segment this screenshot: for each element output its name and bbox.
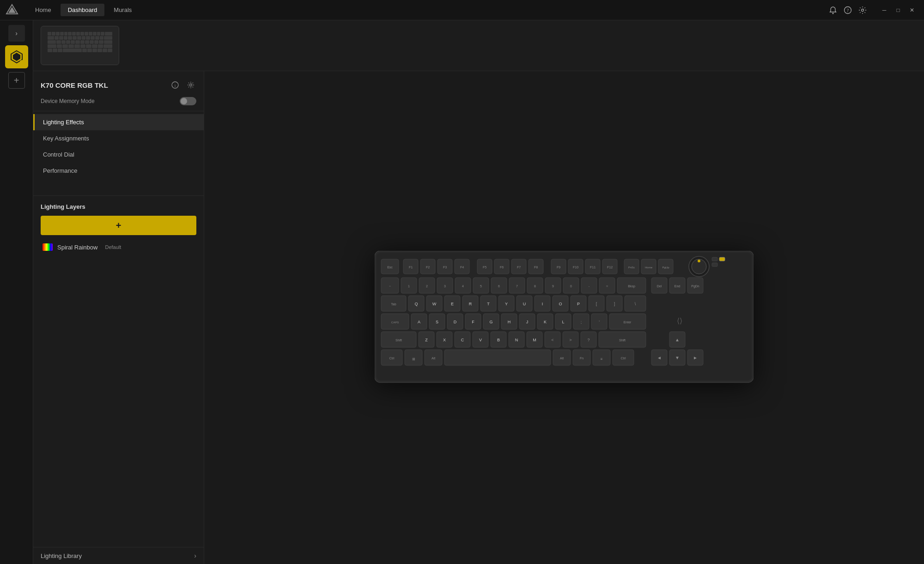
menu-item-lighting-effects[interactable]: Lighting Effects [33, 114, 204, 130]
maximize-button[interactable]: □ [892, 4, 905, 17]
lighting-library-label: Lighting Library [41, 552, 82, 559]
rainbow-icon [43, 243, 53, 251]
main-layout: › + [0, 20, 924, 564]
svg-text:3: 3 [444, 285, 446, 288]
nav-bar: Home Dashboard Murals [28, 4, 829, 16]
svg-point-2 [833, 12, 834, 14]
add-device-button[interactable]: + [8, 72, 25, 89]
svg-text:R: R [469, 302, 472, 306]
svg-rect-51 [719, 257, 725, 261]
svg-text:A: A [418, 320, 420, 324]
device-info-button[interactable]: i [170, 79, 181, 91]
svg-text:N: N [515, 338, 518, 342]
spacer [33, 262, 204, 547]
svg-text:F6: F6 [500, 266, 504, 269]
content-with-panel: K70 CORE RGB TKL i [33, 71, 924, 564]
mini-keyboard-preview [48, 32, 112, 60]
device-memory-row: Device Memory Mode [41, 97, 196, 105]
svg-text:F4: F4 [460, 266, 464, 269]
svg-text:F2: F2 [426, 266, 430, 269]
nav-home[interactable]: Home [28, 4, 59, 16]
minimize-button[interactable]: ─ [878, 4, 891, 17]
svg-text:W: W [432, 302, 437, 306]
device-name-label: K70 CORE RGB TKL [41, 81, 165, 89]
device-header: K70 CORE RGB TKL i [33, 71, 204, 111]
svg-text:PrtSc: PrtSc [628, 266, 635, 269]
nav-dashboard[interactable]: Dashboard [61, 4, 105, 16]
menu-item-performance[interactable]: Performance [33, 163, 204, 179]
svg-text:Tab: Tab [391, 303, 396, 306]
lighting-layers-title: Lighting Layers [41, 203, 196, 210]
title-bar-controls: ? ─ □ ✕ [829, 4, 918, 17]
svg-text:;: ; [581, 320, 582, 324]
svg-text:Y: Y [505, 302, 508, 306]
device-header-top: K70 CORE RGB TKL i [41, 79, 196, 91]
svg-text:U: U [523, 302, 526, 306]
svg-text:End: End [675, 285, 681, 288]
sidebar-collapse-button[interactable]: › [8, 25, 25, 42]
lighting-layers-section: Lighting Layers + Spiral Rainbow Default [33, 195, 204, 262]
settings-icon[interactable] [858, 6, 867, 14]
device-icon-slot[interactable] [5, 45, 28, 68]
device-thumbnail[interactable] [41, 26, 119, 65]
menu-item-control-dial[interactable]: Control Dial [33, 146, 204, 163]
svg-point-11 [190, 84, 192, 86]
svg-text:F10: F10 [573, 266, 578, 269]
lighting-library-section[interactable]: Lighting Library › [33, 547, 204, 564]
svg-rect-49 [712, 257, 717, 261]
svg-text:▲: ▲ [675, 337, 680, 342]
svg-text:◄: ◄ [657, 355, 662, 360]
svg-marker-1 [8, 7, 16, 13]
svg-text:≡: ≡ [601, 357, 603, 361]
svg-text:I: I [542, 302, 543, 306]
device-settings-button[interactable] [185, 79, 196, 91]
add-layer-button[interactable]: + [41, 216, 196, 235]
chevron-right-icon: › [15, 30, 18, 37]
window-controls: ─ □ ✕ [878, 4, 918, 17]
svg-text:8: 8 [534, 285, 536, 288]
toggle-knob [181, 98, 187, 104]
svg-text:2: 2 [426, 285, 428, 288]
svg-text:F5: F5 [483, 266, 486, 269]
svg-text:X: X [443, 338, 446, 342]
svg-text:►: ► [693, 355, 698, 360]
svg-text:Q: Q [414, 302, 418, 306]
svg-text:H: H [508, 320, 511, 324]
svg-text:D: D [454, 320, 457, 324]
layer-item-spiral-rainbow[interactable]: Spiral Rainbow Default [41, 240, 196, 255]
svg-text:i: i [175, 83, 176, 88]
svg-text:B: B [497, 338, 500, 342]
close-button[interactable]: ✕ [906, 4, 918, 17]
svg-text:⟨⟩: ⟨⟩ [677, 317, 682, 325]
svg-text:4: 4 [462, 285, 464, 288]
svg-point-48 [698, 260, 700, 262]
svg-rect-173 [444, 350, 551, 365]
svg-text:F9: F9 [557, 266, 560, 269]
svg-text:?: ? [587, 338, 590, 342]
svg-text:Enter: Enter [624, 321, 632, 324]
device-memory-toggle[interactable] [180, 97, 196, 105]
layer-tag-label: Default [105, 244, 121, 250]
menu-item-key-assignments[interactable]: Key Assignments [33, 130, 204, 146]
svg-text:E: E [451, 302, 454, 306]
device-thumbnail-bar [33, 20, 924, 71]
svg-text:6: 6 [498, 285, 500, 288]
help-icon[interactable]: ? [844, 6, 852, 14]
svg-text:F7: F7 [517, 266, 521, 269]
corsair-logo-icon [6, 4, 18, 17]
svg-text:P: P [577, 302, 580, 306]
device-dot-icon [20, 60, 24, 64]
svg-text:F3: F3 [443, 266, 447, 269]
svg-text:Fn: Fn [580, 357, 584, 360]
svg-text:7: 7 [516, 285, 518, 288]
nav-murals[interactable]: Murals [106, 4, 139, 16]
notification-icon[interactable] [829, 6, 837, 14]
svg-text:V: V [479, 338, 482, 342]
svg-text:Alt: Alt [560, 357, 564, 360]
svg-text:F12: F12 [607, 266, 613, 269]
chevron-right-icon: › [194, 552, 196, 559]
svg-text:0: 0 [570, 285, 572, 288]
device-sidebar: › + [0, 20, 33, 564]
svg-text:>: > [569, 338, 571, 342]
svg-text:Alt: Alt [432, 357, 435, 360]
